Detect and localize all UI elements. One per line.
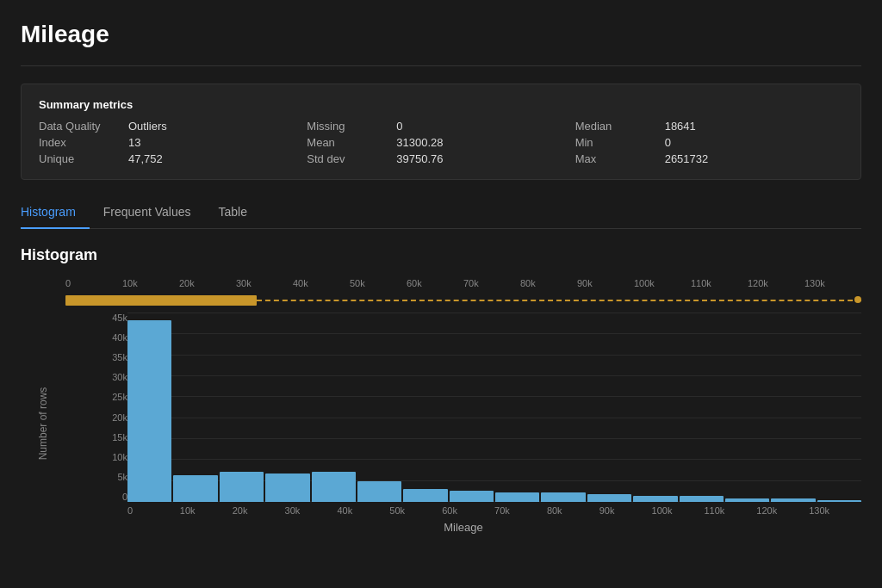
metric-label-unique: Unique	[39, 152, 108, 165]
x-tick-top-0: 0	[65, 278, 122, 288]
x-tick-top-11: 110k	[691, 278, 748, 288]
metric-row-max: Max 2651732	[575, 152, 843, 165]
y-axis-label-container: Number of rows	[21, 313, 65, 534]
metric-row-index: Index 13	[39, 136, 307, 149]
bar-3	[265, 473, 309, 502]
metric-value-index: 13	[128, 136, 140, 149]
x-axis-bottom: 010k20k30k40k50k60k70k80k90k100k110k120k…	[127, 505, 861, 516]
page-container: Mileage Summary metrics Data Quality Out…	[0, 0, 882, 554]
metric-label-index: Index	[39, 136, 108, 149]
mean-bar-dashed	[257, 300, 861, 301]
x-tick-top-12: 120k	[748, 278, 804, 288]
summary-metrics-card: Summary metrics Data Quality Outliers In…	[21, 84, 861, 180]
metrics-col-3: Median 18641 Min 0 Max 2651732	[575, 120, 843, 165]
y-tick-7: 35k	[96, 352, 127, 362]
y-tick-0: 0	[96, 492, 127, 502]
metric-value-stddev: 39750.76	[396, 152, 443, 165]
chart-inner: 05k10k15k20k25k30k35k40k45k 010k20k30k40…	[65, 313, 861, 534]
metric-row-missing: Missing 0	[307, 120, 575, 133]
histogram-section: Histogram 010k20k30k40k50k60k70k80k90k10…	[21, 246, 861, 534]
x-tick-bottom-2: 20k	[233, 505, 285, 516]
metrics-col-2: Missing 0 Mean 31300.28 Std dev 39750.76	[307, 120, 575, 165]
metric-label-mean: Mean	[307, 136, 376, 149]
mean-bar-container	[65, 292, 861, 309]
tab-histogram[interactable]: Histogram	[21, 198, 90, 229]
bar-4	[312, 472, 356, 502]
x-axis-title: Mileage	[65, 521, 861, 534]
bar-7	[450, 491, 494, 502]
x-tick-top-2: 20k	[179, 278, 236, 288]
grid-line-2	[127, 459, 861, 460]
bar-12	[680, 496, 724, 502]
bar-2	[220, 472, 264, 502]
y-tick-9: 45k	[96, 313, 127, 323]
x-tick-bottom-12: 120k	[756, 505, 809, 516]
y-tick-8: 40k	[96, 332, 127, 343]
metric-value-max: 2651732	[665, 152, 709, 165]
metric-row-unique: Unique 47,752	[39, 152, 307, 165]
metric-label-max: Max	[575, 152, 644, 165]
metric-row-min: Min 0	[575, 136, 843, 149]
tab-frequent-values[interactable]: Frequent Values	[103, 198, 205, 229]
y-tick-5: 25k	[96, 392, 127, 402]
x-tick-top-7: 70k	[463, 278, 520, 288]
metric-label-data-quality: Data Quality	[39, 120, 108, 133]
metric-label-missing: Missing	[307, 120, 376, 133]
grid-line-5	[127, 396, 861, 397]
x-tick-top-3: 30k	[236, 278, 293, 288]
x-tick-bottom-11: 110k	[704, 505, 756, 516]
x-tick-top-9: 90k	[577, 278, 634, 288]
x-tick-bottom-6: 60k	[442, 505, 494, 516]
bar-13	[725, 498, 769, 502]
tabs-bar: Histogram Frequent Values Table	[21, 197, 861, 229]
bars-container	[127, 313, 861, 502]
metric-value-median: 18641	[665, 120, 696, 133]
grid-line-6	[127, 375, 861, 376]
y-tick-2: 10k	[96, 452, 127, 462]
x-tick-bottom-7: 70k	[494, 505, 547, 516]
x-tick-top-4: 40k	[293, 278, 350, 288]
x-tick-top-10: 100k	[634, 278, 691, 288]
metric-value-missing: 0	[396, 120, 402, 133]
y-tick-3: 15k	[96, 432, 127, 443]
x-tick-bottom-1: 10k	[180, 505, 233, 516]
histogram-section-title: Histogram	[21, 246, 861, 264]
metric-row-stddev: Std dev 39750.76	[307, 152, 575, 165]
grid-line-7	[127, 355, 861, 356]
bar-14	[771, 498, 815, 502]
bar-6	[403, 489, 447, 502]
title-divider	[21, 65, 861, 66]
metric-label-median: Median	[575, 120, 644, 133]
x-tick-bottom-3: 30k	[285, 505, 338, 516]
mean-bar-end-dot	[854, 296, 861, 303]
metric-row-median: Median 18641	[575, 120, 843, 133]
x-tick-top-5: 50k	[350, 278, 407, 288]
bar-1	[173, 475, 217, 502]
y-tick-4: 20k	[96, 412, 127, 423]
x-tick-top-1: 10k	[122, 278, 179, 288]
y-axis-label: Number of rows	[37, 387, 49, 460]
x-tick-bottom-4: 40k	[337, 505, 389, 516]
y-tick-6: 30k	[96, 372, 127, 382]
x-tick-bottom-0: 0	[127, 505, 180, 516]
bar-10	[587, 494, 631, 502]
x-tick-top-6: 60k	[407, 278, 463, 288]
x-tick-bottom-9: 90k	[599, 505, 652, 516]
x-tick-top-13: 130k	[804, 278, 861, 288]
bar-8	[495, 492, 539, 502]
summary-card-title: Summary metrics	[39, 98, 843, 111]
grid-line-8	[127, 333, 861, 334]
page-title: Mileage	[21, 21, 861, 48]
y-ticks: 05k10k15k20k25k30k35k40k45k	[96, 313, 127, 502]
x-tick-bottom-13: 130k	[809, 505, 861, 516]
y-tick-1: 5k	[96, 472, 127, 482]
bar-11	[633, 496, 677, 502]
x-axis-top: 010k20k30k40k50k60k70k80k90k100k110k120k…	[65, 278, 861, 288]
tab-table[interactable]: Table	[219, 198, 261, 229]
grid-line-4	[127, 418, 861, 418]
metrics-grid: Data Quality Outliers Index 13 Unique 47…	[39, 120, 843, 165]
metric-row-mean: Mean 31300.28	[307, 136, 575, 149]
metric-value-mean: 31300.28	[396, 136, 443, 149]
metric-label-min: Min	[575, 136, 644, 149]
x-tick-bottom-8: 80k	[547, 505, 599, 516]
